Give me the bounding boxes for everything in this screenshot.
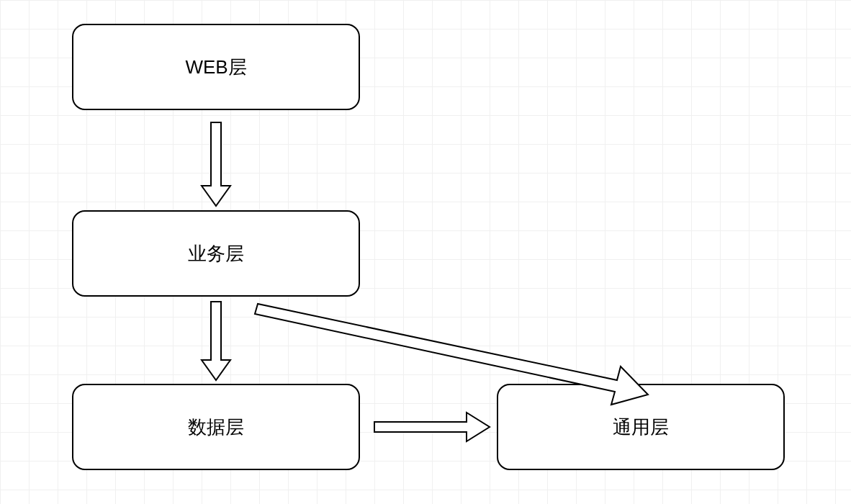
node-web-label: WEB层 xyxy=(185,55,246,80)
node-business-layer: 业务层 xyxy=(72,210,360,297)
node-data-label: 数据层 xyxy=(188,415,244,440)
arrow-data-to-common xyxy=(374,413,490,441)
node-common-layer: 通用层 xyxy=(497,384,785,470)
node-business-label: 业务层 xyxy=(188,241,244,266)
arrow-web-to-business xyxy=(202,122,230,206)
arrow-business-to-data xyxy=(202,302,230,380)
node-data-layer: 数据层 xyxy=(72,384,360,470)
node-common-label: 通用层 xyxy=(613,415,669,440)
node-web-layer: WEB层 xyxy=(72,24,360,110)
